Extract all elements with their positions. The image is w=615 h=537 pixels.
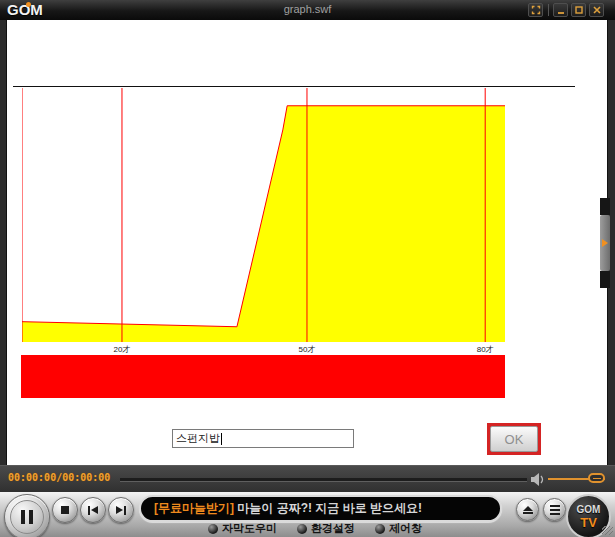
control-menu-button[interactable] (543, 498, 566, 521)
axis-tick-label: 80才 (465, 344, 505, 355)
maximize-button[interactable] (571, 3, 586, 17)
side-panel-arrow-icon (602, 239, 608, 247)
time-display: 00:00:00/00:00:00 (8, 472, 110, 483)
menu-item-label: 환경설정 (311, 521, 355, 536)
stop-button[interactable] (52, 497, 78, 523)
marquee-message: 마늘이 공짜?! 지금 바로 받으세요! (234, 500, 422, 517)
resize-grip[interactable] (602, 526, 613, 535)
red-bar (21, 355, 505, 398)
marquee-highlight: [무료마늘받기] (154, 500, 234, 517)
stop-icon (61, 506, 69, 514)
menu-item-subtitle-helper[interactable]: 자막도우미 (208, 521, 277, 536)
minimize-icon (556, 5, 566, 15)
minimize-button[interactable] (553, 3, 568, 17)
text-caret (221, 433, 222, 445)
ad-marquee[interactable]: [무료마늘받기] 마늘이 공짜?! 지금 바로 받으세요! (139, 495, 502, 522)
eject-icon (523, 506, 533, 514)
area-chart-svg (22, 88, 505, 342)
menu-icon (550, 505, 560, 515)
gomtv-logo-bottom: TV (580, 516, 597, 529)
maximize-icon (574, 5, 584, 15)
next-button[interactable] (108, 497, 134, 523)
sphere-icon (375, 524, 385, 534)
ok-button[interactable]: OK (490, 426, 538, 452)
previous-button[interactable] (80, 497, 106, 523)
panel-toggle-button[interactable] (528, 3, 543, 17)
panel-strip-cap-top (600, 198, 610, 215)
axis-tick-label: 50才 (287, 344, 327, 355)
titlebar-divider (548, 4, 549, 16)
panel-strip-cap-bottom (600, 271, 610, 288)
close-button[interactable] (589, 3, 604, 17)
previous-icon (88, 506, 98, 515)
panel-icon (531, 5, 541, 15)
menu-item-label: 제어창 (389, 521, 422, 536)
close-icon (592, 5, 602, 15)
volume-icon (531, 473, 545, 486)
player-status-strip: 00:00:00/00:00:00 (0, 465, 615, 492)
sphere-icon (208, 524, 218, 534)
axis-tick-label: 20才 (102, 344, 142, 355)
menu-item-label: 자막도우미 (222, 521, 277, 536)
pause-button[interactable] (4, 494, 50, 537)
window-frame-left (0, 20, 7, 465)
ok-button-highlight: OK (487, 423, 541, 455)
window-title: graph.swf (0, 3, 615, 15)
flash-chart (22, 88, 505, 342)
answer-input[interactable]: 스펀지밥 (172, 429, 354, 448)
chart-topline (13, 86, 575, 87)
pause-icon (10, 500, 44, 534)
gomtv-logo-top: GOM (577, 505, 601, 515)
next-icon (116, 506, 126, 515)
open-file-button[interactable] (516, 498, 539, 521)
answer-input-value: 스펀지밥 (176, 431, 220, 446)
seek-bar[interactable] (120, 478, 527, 482)
sphere-icon (297, 524, 307, 534)
volume-knob[interactable] (588, 473, 605, 483)
menu-item-preferences[interactable]: 환경설정 (297, 521, 355, 536)
menu-item-control-window[interactable]: 제어창 (375, 521, 422, 536)
player-bottom-menu: 자막도우미 환경설정 제어창 (150, 521, 480, 536)
title-bar: GOM graph.swf (0, 0, 615, 21)
